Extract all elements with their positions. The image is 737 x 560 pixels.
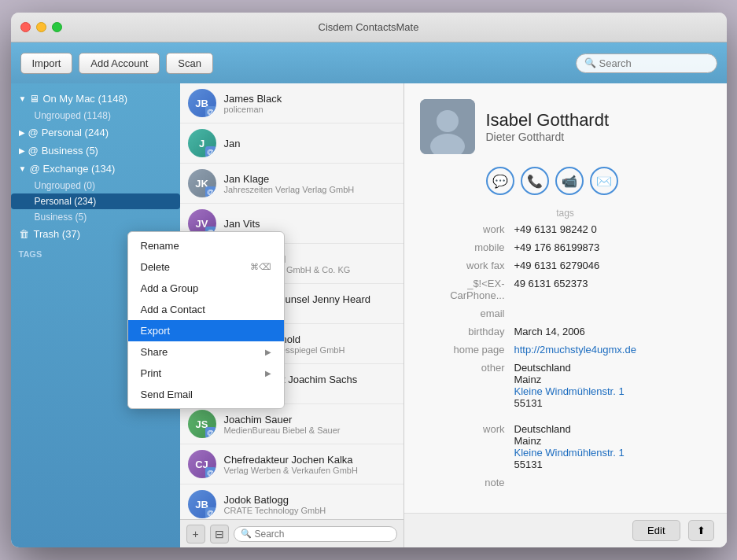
list-search-input[interactable]	[255, 529, 390, 540]
title-bar: Cisdem ContactsMate	[11, 13, 727, 42]
work-addr-3[interactable]: Kleine Windmühlenstr. 1	[514, 447, 625, 459]
ex-carphone-value: 49 6131 652373	[514, 278, 588, 301]
traffic-lights	[20, 22, 62, 32]
ungrouped-mac-label: Ungrouped (1148)	[35, 110, 111, 121]
ctx-add-group[interactable]: Add a Group	[128, 278, 284, 299]
work-address-row: work Deutschland Mainz Kleine Windmühlen…	[420, 423, 711, 470]
search-input[interactable]	[599, 57, 709, 69]
minimize-button[interactable]	[36, 22, 46, 32]
ctx-add-contact[interactable]: Add a Contact	[128, 299, 284, 320]
app-window: Cisdem ContactsMate Import Add Account S…	[11, 13, 727, 547]
sidebar-item-ungrouped-mac[interactable]: Ungrouped (1148)	[11, 108, 180, 123]
ctx-share[interactable]: Share ▶	[128, 341, 284, 363]
contact-header: Isabel Gotthardt Dieter Gotthardt	[420, 99, 711, 154]
homepage-value[interactable]: http://2muchstyle4ugmx.de	[514, 344, 636, 356]
contact-info: Jan Vits	[224, 218, 260, 230]
sidebar-item-on-my-mac[interactable]: ▼ 🖥 On My Mac (1148)	[11, 90, 180, 108]
sidebar-label-on-my-mac: On My Mac (1148)	[42, 93, 127, 105]
work-address-value: Deutschland Mainz Kleine Windmühlenstr. …	[514, 423, 625, 470]
share-button[interactable]: ⬆	[688, 520, 714, 541]
at-badge: @	[205, 427, 216, 438]
other-address-row: other Deutschland Mainz Kleine Windmühle…	[420, 362, 711, 409]
detail-footer: Edit ⬆	[404, 513, 727, 547]
work-fax-value: +49 6131 6279046	[514, 260, 600, 271]
ctx-send-email[interactable]: Send Email	[128, 384, 284, 405]
message-button[interactable]: 💬	[486, 167, 514, 195]
contact-avatar: JS @	[188, 410, 216, 438]
context-menu: Rename Delete ⌘⌫ Add a Group Add a Conta…	[127, 231, 285, 409]
birthday-value: March 14, 2006	[514, 326, 585, 337]
sidebar-item-personal-exchange[interactable]: Personal (234)	[11, 193, 180, 209]
contact-name-block: Isabel Gotthardt Dieter Gotthardt	[486, 110, 610, 143]
video-button[interactable]: 📹	[555, 167, 584, 195]
edit-button[interactable]: Edit	[632, 520, 680, 541]
contact-photo-inner	[420, 99, 475, 154]
ctx-share-arrow-icon: ▶	[265, 348, 271, 356]
ctx-rename[interactable]: Rename	[128, 235, 284, 256]
email-icon: ✉️	[596, 174, 612, 189]
add-account-button[interactable]: Add Account	[79, 53, 160, 74]
call-button[interactable]: 📞	[521, 167, 549, 195]
work-addr-4: 55131	[514, 459, 625, 470]
import-button[interactable]: Import	[20, 53, 73, 74]
work-phone-row: work +49 6131 98242 0	[420, 223, 711, 235]
ctx-export[interactable]: Export	[128, 320, 284, 341]
ctx-send-email-label: Send Email	[141, 389, 193, 400]
exchange-icon: @	[29, 163, 39, 175]
personal-icon: @	[28, 127, 39, 138]
sidebar-item-exchange[interactable]: ▼ @ Exchange (134)	[11, 160, 180, 178]
mobile-value: +49 176 86199873	[514, 241, 600, 253]
list-item[interactable]: JK @ Jan Klage Jahreszeiten Verlag Verla…	[180, 164, 404, 204]
expand-arrow-icon: ▼	[19, 94, 27, 103]
at-badge: @	[205, 186, 216, 197]
contact-avatar: J @	[188, 129, 216, 157]
contact-main-name: Isabel Gotthardt	[486, 110, 610, 131]
contact-name: Jan Klage	[224, 173, 355, 185]
contact-name: Chefredakteur Jochen Kalka	[224, 454, 358, 466]
birthday-label: birthday	[420, 326, 514, 337]
list-search-bar[interactable]: 🔍	[234, 526, 397, 542]
ctx-print-arrow-icon: ▶	[265, 369, 271, 378]
add-icon: +	[192, 528, 198, 540]
action-icons: 💬 📞 📹 ✉️	[486, 167, 711, 195]
contact-sub: Jahreszeiten Verlag Verlag GmbH	[224, 185, 355, 194]
list-item[interactable]: JB @ James Black policeman	[180, 83, 404, 123]
mobile-label: mobile	[420, 241, 514, 253]
ctx-add-contact-label: Add a Contact	[141, 304, 205, 315]
detail-panel: Isabel Gotthardt Dieter Gotthardt 💬 📞 📹 …	[404, 83, 727, 547]
close-button[interactable]	[20, 22, 31, 32]
list-view-icon: ⊟	[215, 528, 224, 540]
ctx-print[interactable]: Print ▶	[128, 363, 284, 384]
scan-button[interactable]: Scan	[166, 53, 213, 74]
toolbar-search[interactable]: 🔍	[576, 53, 717, 73]
sidebar-item-personal[interactable]: ▶ @ Personal (244)	[11, 123, 180, 142]
business-exchange-label: Business (5)	[35, 212, 87, 223]
maximize-button[interactable]	[52, 22, 62, 32]
sidebar-item-business[interactable]: ▶ @ Business (5)	[11, 142, 180, 160]
list-item[interactable]: J @ Jan	[180, 123, 404, 164]
contact-info: Jan Klage Jahreszeiten Verlag Verlag Gmb…	[224, 173, 355, 194]
contact-name: Joachim Sauer	[224, 414, 341, 426]
contact-info: Jodok Batlogg CRATE Technology GmbH	[224, 494, 326, 515]
contact-avatar: JB @	[188, 490, 216, 518]
contact-info: Joachim Sauer MedienBureau Biebel & Saue…	[224, 414, 341, 435]
birthday-row: birthday March 14, 2006	[420, 326, 711, 337]
ctx-export-label: Export	[141, 325, 171, 337]
phone-icon: 📞	[527, 174, 543, 189]
ctx-delete[interactable]: Delete ⌘⌫	[128, 256, 284, 278]
list-item[interactable]: JS @ Joachim Sauer MedienBureau Biebel &…	[180, 404, 404, 444]
search-icon: 🔍	[584, 57, 596, 68]
add-contact-button[interactable]: +	[186, 525, 205, 543]
other-addr-3[interactable]: Kleine Windmühlenstr. 1	[514, 385, 625, 397]
list-item[interactable]: CJ @ Chefredakteur Jochen Kalka Verlag W…	[180, 444, 404, 484]
message-icon: 💬	[492, 174, 508, 189]
ex-carphone-row: _$!<EX-CarPhone... 49 6131 652373	[420, 278, 711, 301]
contact-info: Chefredakteur Jochen Kalka Verlag Werben…	[224, 454, 358, 475]
contact-name: Jan Vits	[224, 218, 260, 230]
email-button[interactable]: ✉️	[590, 167, 618, 195]
list-view-button[interactable]: ⊟	[210, 525, 229, 543]
other-addr-1: Deutschland	[514, 362, 625, 374]
sidebar-item-business-exchange[interactable]: Business (5)	[11, 209, 180, 225]
sidebar-item-ungrouped-exchange[interactable]: Ungrouped (0)	[11, 178, 180, 193]
ctx-delete-shortcut: ⌘⌫	[250, 262, 271, 272]
